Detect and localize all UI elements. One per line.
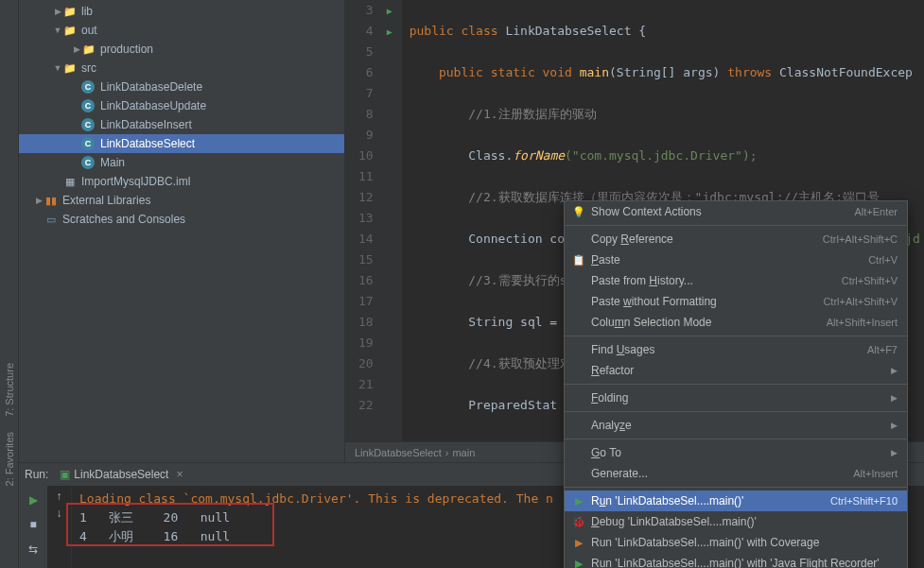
run-tab[interactable]: ▣LinkDatabseSelect× <box>54 466 188 483</box>
comment: //1.注册数据库的驱动 <box>468 107 596 121</box>
tree-folder-out[interactable]: ▼📁out <box>19 21 344 40</box>
fold-gutter <box>389 0 402 441</box>
folder-icon: 📁 <box>62 4 78 19</box>
menu-label: Column Selection Mode <box>591 316 827 329</box>
run-marker-icon[interactable]: ▶ <box>383 6 392 16</box>
menu-item[interactable]: Folding▶ <box>565 387 907 408</box>
menu-label: Copy Reference <box>591 232 823 246</box>
run-tab-label: LinkDatabseSelect <box>74 468 168 481</box>
run-status-icon: ▣ <box>60 468 70 481</box>
tree-folder-production[interactable]: ▶📁production <box>19 40 344 59</box>
project-tree[interactable]: ▶📁lib ▼📁out ▶📁production ▼📁src CLinkData… <box>19 0 345 462</box>
menu-item[interactable]: Analyze▶ <box>565 415 907 436</box>
menu-item[interactable]: ▶Run 'LinkDatabseSel....main()' with 'Ja… <box>565 553 907 568</box>
tree-file-iml[interactable]: ▦ImportMysqlJDBC.iml <box>19 172 344 191</box>
tree-label: lib <box>81 5 93 18</box>
class-icon: C <box>81 118 95 131</box>
tree-file[interactable]: CLinkDatabaseDelete <box>19 77 344 96</box>
tree-file[interactable]: CLinkDatabaseUpdate <box>19 96 344 115</box>
chevron-right-icon: ▶ <box>72 44 81 54</box>
tree-label: LinkDatabaseDelete <box>100 80 202 94</box>
menu-item[interactable]: 📋PasteCtrl+V <box>565 250 907 270</box>
menu-shortcut: Ctrl+Shift+V <box>842 275 898 286</box>
menu-label: Analyze <box>591 419 891 432</box>
context-menu[interactable]: 💡Show Context ActionsAlt+EnterCopy Refer… <box>564 200 908 568</box>
menu-label: Run 'LinkDatabseSel....main()' with Cove… <box>591 536 898 549</box>
breadcrumb-item[interactable]: main <box>452 447 475 458</box>
breadcrumb-item[interactable]: LinkDatabseSelect <box>355 447 442 458</box>
left-tool-strip: 7: Structure 2: Favorites <box>0 0 19 568</box>
menu-shortcut: Alt+Shift+Insert <box>827 317 898 328</box>
menu-label: Paste from History... <box>591 274 842 287</box>
tree-label: ImportMysqlJDBC.iml <box>81 175 190 188</box>
submenu-arrow-icon: ▶ <box>891 393 898 403</box>
close-icon[interactable]: × <box>176 468 183 481</box>
tree-label: Scratches and Consoles <box>62 213 185 226</box>
menu-item[interactable]: Generate...Alt+Insert <box>565 463 907 484</box>
menu-label: Folding <box>591 391 891 404</box>
menu-item[interactable]: Refactor▶ <box>565 360 907 381</box>
favorites-tool[interactable]: 2: Favorites <box>4 428 15 490</box>
menu-label: Paste without Formatting <box>591 295 823 308</box>
class-icon: C <box>81 80 95 94</box>
menu-shortcut: Ctrl+Alt+Shift+V <box>823 296 898 307</box>
submenu-arrow-icon: ▶ <box>891 366 898 375</box>
menu-label: Debug 'LinkDatabseSel....main()' <box>591 515 898 528</box>
tree-label: Main <box>100 156 125 169</box>
menu-item[interactable]: Paste from History...Ctrl+Shift+V <box>565 270 907 291</box>
class-icon: C <box>81 137 95 150</box>
tree-external-libs[interactable]: ▶▮▮External Libraries <box>19 191 344 210</box>
menu-item[interactable]: Column Selection ModeAlt+Shift+Insert <box>565 312 907 333</box>
menu-label: Generate... <box>591 467 853 480</box>
tree-folder-src[interactable]: ▼📁src <box>19 59 344 77</box>
chevron-down-icon: ▼ <box>53 63 62 73</box>
run-icon: ▶ <box>570 558 587 569</box>
menu-item[interactable]: Paste without FormattingCtrl+Alt+Shift+V <box>565 291 907 312</box>
tree-label: LinkDatabseSelect <box>100 137 195 150</box>
chevron-right-icon: ▶ <box>53 7 62 16</box>
down-button[interactable]: ↓ <box>57 507 62 520</box>
keyword: throws <box>727 65 779 79</box>
debug-icon: 🐞 <box>570 516 587 528</box>
menu-item[interactable]: Go To▶ <box>565 442 907 463</box>
scratch-icon: ▭ <box>44 212 59 227</box>
tree-file-selected[interactable]: CLinkDatabseSelect <box>19 134 344 153</box>
menu-label: Paste <box>591 253 868 267</box>
menu-label: Show Context Actions <box>591 205 854 218</box>
class-icon: C <box>81 99 95 112</box>
submenu-arrow-icon: ▶ <box>891 421 898 430</box>
menu-item[interactable]: 💡Show Context ActionsAlt+Enter <box>565 201 907 222</box>
tree-label: External Libraries <box>62 194 150 207</box>
run-icon: ▶ <box>570 495 587 508</box>
tree-scratches[interactable]: ▭Scratches and Consoles <box>19 210 344 229</box>
chevron-down-icon: ▼ <box>53 26 62 35</box>
tree-file[interactable]: CLinkDatabseInsert <box>19 115 344 134</box>
menu-item[interactable]: ▶Run 'LinkDatabseSel....main()'Ctrl+Shif… <box>565 491 907 511</box>
bulb-icon: 💡 <box>570 206 587 218</box>
submenu-arrow-icon: ▶ <box>891 448 898 457</box>
folder-icon: 📁 <box>62 60 78 76</box>
menu-label: Run 'LinkDatabseSel....main()' <box>591 494 830 508</box>
string: ("com.mysql.jdbc.Driver"); <box>565 148 758 163</box>
menu-shortcut: Alt+F7 <box>867 344 898 355</box>
menu-item[interactable]: Find UsagesAlt+F7 <box>565 339 907 360</box>
menu-label: Go To <box>591 446 891 459</box>
console-toolbar: ↑ ↓ <box>47 486 72 568</box>
rerun-button[interactable]: ▶ <box>23 490 44 510</box>
tree-file[interactable]: CMain <box>19 153 344 172</box>
class-icon: C <box>81 156 95 169</box>
filter-button[interactable]: ⇆ <box>23 539 44 559</box>
menu-shortcut: Ctrl+Alt+Shift+C <box>823 233 898 245</box>
classname: LinkDatabseSelect <box>505 24 631 38</box>
tree-folder-lib[interactable]: ▶📁lib <box>19 2 344 21</box>
run-label: Run: <box>25 468 48 481</box>
menu-item[interactable]: 🐞Debug 'LinkDatabseSel....main()' <box>565 511 907 532</box>
run-marker-icon[interactable]: ▶ <box>383 26 392 37</box>
menu-item[interactable]: ▶Run 'LinkDatabseSel....main()' with Cov… <box>565 532 907 553</box>
menu-item[interactable]: Copy ReferenceCtrl+Alt+Shift+C <box>565 229 907 250</box>
up-button[interactable]: ↑ <box>57 490 62 503</box>
structure-tool[interactable]: 7: Structure <box>4 359 15 421</box>
chevron-right-icon: ▶ <box>34 196 44 205</box>
stop-button[interactable]: ■ <box>23 514 44 535</box>
folder-icon: 📁 <box>62 23 78 38</box>
